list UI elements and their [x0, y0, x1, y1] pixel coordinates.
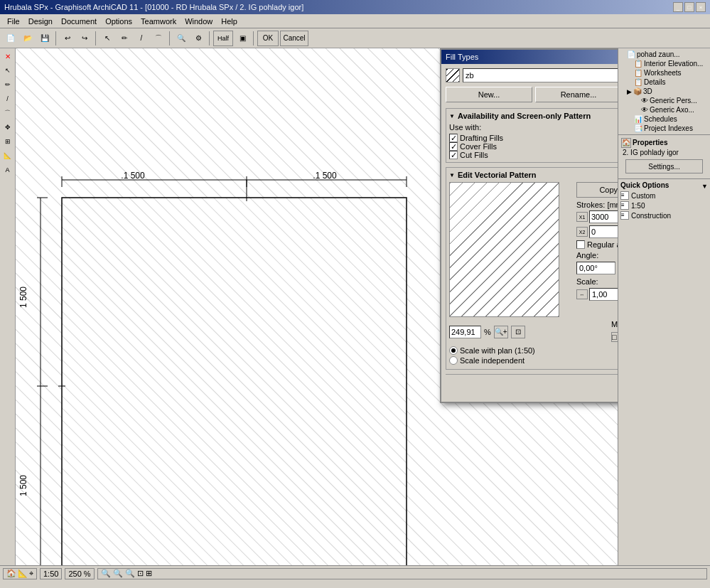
toolbar-arc[interactable]: ⌒ — [151, 31, 166, 46]
new-button[interactable]: New... — [446, 87, 532, 102]
vectorial-title: Edit Vectorial Pattern — [458, 171, 537, 179]
dialog-title-bar[interactable]: Fill Types ? × — [441, 50, 618, 64]
zoom-value: 250 % — [68, 570, 90, 578]
left-tool-label[interactable]: A — [1, 164, 14, 176]
radio-scale-plan-label: Scale with plan (1:50) — [460, 346, 535, 355]
tree-item-generic-axo[interactable]: 👁 Generic Axo... — [620, 105, 709, 114]
status-icon2: 📐 — [18, 569, 28, 578]
tree-item-3d[interactable]: ▶ 📦 3D — [620, 87, 709, 96]
close-btn[interactable]: × — [696, 2, 706, 12]
left-tool-edit[interactable]: ✏ — [1, 78, 14, 91]
zoom-input[interactable] — [449, 326, 481, 338]
tree-item-details[interactable]: 📋 Details — [620, 77, 709, 87]
toolbar-undo[interactable]: ↩ — [60, 31, 75, 46]
zoom-in-btn[interactable]: 🔍+ — [494, 326, 508, 338]
toolbar-new[interactable]: 📄 — [3, 31, 18, 46]
radio-scale-plan-btn[interactable] — [449, 346, 458, 355]
toolbar-pencil[interactable]: ✏ — [117, 31, 132, 46]
menu-help[interactable]: Help — [217, 16, 242, 27]
status-zoom: 250 % — [65, 568, 94, 579]
cut-checkbox[interactable]: ✓ — [449, 151, 458, 159]
motif-size-section: Motif size: [mm] □ ▭ — [611, 320, 618, 343]
availability-header: ▼ Availability and Screen-only Pattern — [449, 112, 618, 120]
drafting-checkbox[interactable]: ✓ — [449, 134, 458, 142]
tree-item-schedules[interactable]: 📊 Schedules — [620, 114, 709, 124]
stroke-x1-input[interactable] — [589, 210, 618, 223]
left-tool-arc[interactable]: ⌒ — [1, 107, 14, 119]
vectorial-header: ▼ Edit Vectorial Pattern — [449, 171, 618, 179]
stroke-x2-input[interactable] — [589, 225, 618, 238]
maximize-btn[interactable]: □ — [684, 2, 694, 12]
construction-icon: ≡ — [620, 211, 629, 220]
scale-icon1: ↔ — [576, 289, 588, 299]
rename-button[interactable]: Rename... — [535, 87, 618, 102]
left-tool-extra[interactable]: ⊞ — [1, 135, 14, 148]
zoom-fit-btn[interactable]: ⊡ — [511, 326, 525, 338]
status-icon1: 🏠 — [6, 569, 16, 578]
tree-item-generic-pers[interactable]: 👁 Generic Pers... — [620, 96, 709, 105]
quick-options-expand-icon[interactable]: ▼ — [701, 183, 708, 190]
fill-name-row — [446, 68, 618, 82]
svg-text:1 500: 1 500 — [18, 287, 28, 308]
cover-checkbox[interactable]: ✓ — [449, 142, 458, 151]
toolbar-cancel[interactable]: Cancel — [280, 31, 308, 46]
tree-item-pohad[interactable]: 📄 pohad zaun... — [620, 50, 709, 59]
checkbox-cut: ✓ Cut Fills — [449, 151, 503, 159]
scale-icon: ≡ — [620, 201, 629, 210]
toolbar-ok[interactable]: OK — [257, 31, 279, 46]
properties-icon: 🏠 — [621, 138, 631, 148]
toolbar-save[interactable]: 💾 — [37, 31, 53, 46]
toolbar-extra2[interactable]: ▣ — [235, 31, 250, 46]
title-bar-buttons: _ □ × — [673, 2, 706, 12]
radio-scale-independent-btn[interactable] — [449, 356, 458, 365]
toolbar-line[interactable]: / — [134, 31, 149, 46]
properties-title: Properties — [633, 139, 667, 146]
menu-design[interactable]: Design — [24, 16, 57, 27]
title-text: Hrubala SPx - Graphisoft ArchiCAD 11 - [… — [4, 3, 303, 11]
properties-header-row: 🏠 Properties — [621, 138, 707, 148]
motif-size-label: Motif size: [mm] — [611, 320, 618, 328]
angle-input[interactable] — [576, 262, 615, 274]
tree-item-interior[interactable]: 📋 Interior Elevation... — [620, 59, 709, 68]
toolbar-extra1[interactable]: Half — [213, 31, 233, 46]
regular-arr-checkbox[interactable] — [576, 240, 585, 249]
left-tool-close[interactable]: ✕ — [1, 50, 14, 63]
toolbar-open[interactable]: 📂 — [20, 31, 36, 46]
fill-name-input[interactable] — [463, 68, 618, 82]
left-tool-line[interactable]: / — [1, 92, 14, 105]
status-bar: 🏠 📐 ⌖ 1:50 250 % 🔍 🔍 🔍 ⊡ ⊞ — [0, 565, 710, 581]
menu-teamwork[interactable]: Teamwork — [136, 16, 181, 27]
stroke-x2-row: X2 Y2 — [576, 225, 618, 238]
availability-title: Availability and Screen-only Pattern — [458, 112, 591, 120]
toolbar-settings[interactable]: ⚙ — [190, 31, 206, 46]
fill-type-icon — [446, 68, 460, 82]
quick-opt-custom[interactable]: ≡ Custom — [620, 191, 708, 201]
left-tool-measure[interactable]: 📐 — [1, 149, 14, 162]
quick-opt-construction[interactable]: ≡ Construction — [620, 210, 708, 220]
minimize-btn[interactable]: _ — [673, 2, 683, 12]
menu-bar: File Design Document Options Teamwork Wi… — [0, 14, 710, 28]
radio-scale-plan: Scale with plan (1:50) — [449, 346, 618, 355]
left-tool-select[interactable]: ↖ — [1, 64, 14, 77]
menu-options[interactable]: Options — [101, 16, 136, 27]
scale-x-input[interactable] — [589, 288, 618, 301]
svg-text:1 500: 1 500 — [18, 475, 28, 496]
tree-label-generic-pers: Generic Pers... — [650, 97, 697, 105]
right-side-controls: Copy Paste Strokes: [mm] X1 Y1 — [576, 182, 618, 304]
toolbar-redo[interactable]: ↪ — [77, 31, 92, 46]
quick-opt-scale[interactable]: ≡ 1:50 — [620, 201, 708, 210]
zoom-row: % 🔍+ ⊡ Motif size: [mm] □ ▭ — [449, 320, 618, 343]
toolbar-zoom-in[interactable]: 🔍 — [173, 31, 189, 46]
menu-document[interactable]: Document — [57, 16, 101, 27]
menu-window[interactable]: Window — [181, 16, 217, 27]
sep2 — [95, 31, 97, 46]
tree-item-worksheets[interactable]: 📋 Worksheets — [620, 68, 709, 77]
toolbar-pointer[interactable]: ↖ — [99, 31, 115, 46]
tree-item-project-indexes[interactable]: 📑 Project Indexes — [620, 124, 709, 133]
left-tool-move[interactable]: ✥ — [1, 121, 14, 134]
menu-file[interactable]: File — [3, 16, 24, 27]
settings-button[interactable]: Settings... — [625, 159, 703, 173]
copy-button[interactable]: Copy — [576, 182, 618, 198]
x1-icon: X1 — [576, 212, 588, 222]
left-toolbar: ✕ ↖ ✏ / ⌒ ✥ ⊞ 📐 A — [0, 48, 16, 565]
